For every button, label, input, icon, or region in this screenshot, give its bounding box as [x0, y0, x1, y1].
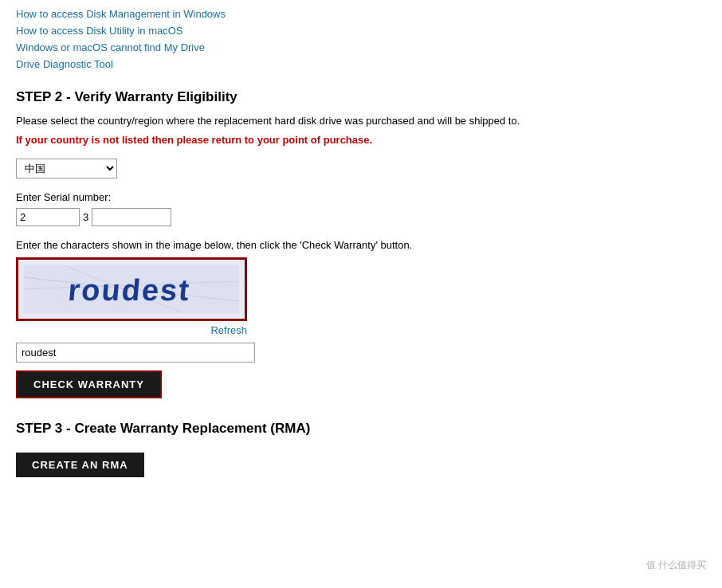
serial-label: Enter Serial number:: [16, 191, 706, 203]
step2-warning: If your country is not listed then pleas…: [16, 134, 706, 146]
step2-desc: Please select the country/region where t…: [16, 113, 622, 129]
check-warranty-button[interactable]: CHECK WARRANTY: [16, 370, 162, 398]
captcha-label: Enter the characters shown in the image …: [16, 239, 574, 251]
link-drive-diagnostic[interactable]: Drive Diagnostic Tool: [16, 58, 706, 70]
step2-title: STEP 2 - Verify Warranty Eligibility: [16, 89, 706, 105]
serial-input-left[interactable]: [16, 208, 80, 226]
step3-title: STEP 3 - Create Warranty Replacement (RM…: [16, 421, 706, 437]
link-disk-mgmt-windows[interactable]: How to access Disk Management in Windows: [16, 8, 706, 20]
captcha-image-box: roudest: [16, 257, 247, 321]
step2-section: STEP 2 - Verify Warranty Eligibility Ple…: [16, 89, 706, 398]
link-cannot-find-drive[interactable]: Windows or macOS cannot find My Drive: [16, 41, 706, 53]
captcha-input[interactable]: [16, 343, 255, 363]
link-list: How to access Disk Management in Windows…: [16, 8, 706, 70]
country-select[interactable]: 中国United StatesUnited KingdomJapanGerman…: [16, 159, 117, 178]
step3-section: STEP 3 - Create Warranty Replacement (RM…: [16, 421, 706, 477]
refresh-captcha-link[interactable]: Refresh: [16, 324, 247, 336]
svg-text:roudest: roudest: [67, 273, 192, 307]
link-disk-utility-macos[interactable]: How to access Disk Utility in macOS: [16, 25, 706, 37]
serial-container: 3: [16, 208, 706, 226]
serial-separator: 3: [83, 211, 88, 223]
create-rma-button[interactable]: CREATE AN RMA: [16, 453, 144, 477]
serial-input-right[interactable]: [92, 208, 171, 226]
captcha-svg: roudest: [24, 265, 239, 313]
